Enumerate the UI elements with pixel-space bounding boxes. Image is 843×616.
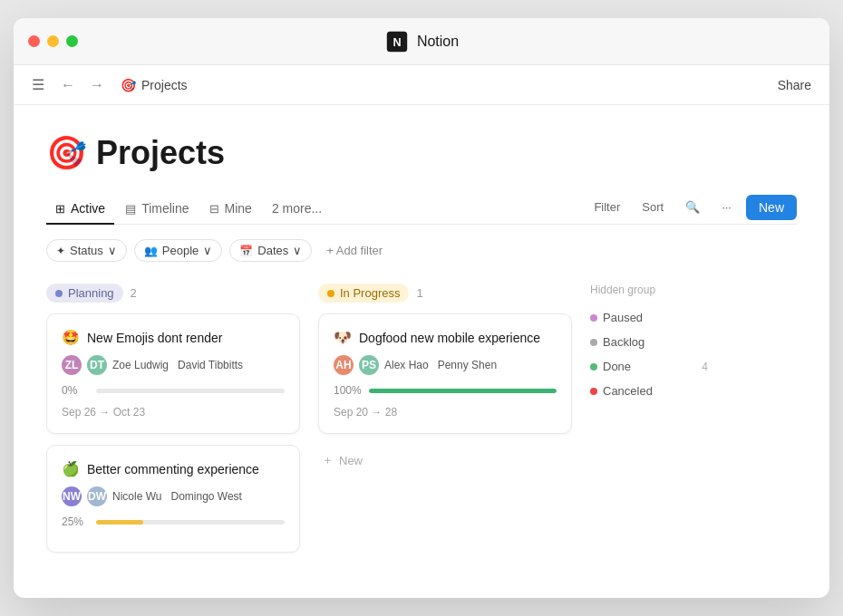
tab-timeline-icon: ▤ <box>125 202 136 216</box>
minimize-button[interactable] <box>47 35 59 47</box>
card-commenting[interactable]: 🍏 Better commenting experience NW DW Nic… <box>46 445 300 553</box>
card-dogfood-text: Dogfood new mobile experience <box>359 331 540 345</box>
share-button[interactable]: Share <box>778 78 811 92</box>
paused-label: Paused <box>603 311 643 324</box>
tab-active[interactable]: ⊞ Active <box>46 194 114 225</box>
tab-timeline[interactable]: ▤ Timeline <box>116 194 198 225</box>
card-emojis-people: ZL DT Zoe Ludwig David Tibbitts <box>62 355 285 375</box>
hidden-groups-panel: Hidden group Paused Backlog Done 4 Cance… <box>590 284 708 403</box>
breadcrumb-label: Projects <box>141 78 188 92</box>
card-emojis-icon: 🤩 <box>62 329 80 346</box>
sort-button[interactable]: Sort <box>635 197 671 217</box>
tab-actions: Filter Sort 🔍 ··· New <box>586 195 797 224</box>
back-button[interactable]: ← <box>55 73 81 97</box>
done-count: 4 <box>702 361 708 373</box>
breadcrumb: 🎯 Projects <box>121 78 188 92</box>
notion-logo-icon: N <box>384 29 410 54</box>
card-emojis-text: New Emojis dont render <box>87 331 222 345</box>
people-filter-label: People <box>162 244 199 257</box>
board: Planning 2 🤩 New Emojis dont render ZL D… <box>46 284 797 563</box>
hidden-groups-title: Hidden group <box>590 284 708 296</box>
card-commenting-icon: 🍏 <box>62 460 80 477</box>
avatar-penny: PS <box>359 355 379 375</box>
status-filter-label: Status <box>70 244 103 257</box>
dates-filter[interactable]: 📅 Dates ∨ <box>229 239 312 262</box>
card-commenting-title: 🍏 Better commenting experience <box>62 460 285 477</box>
card-dogfood[interactable]: 🐶 Dogfood new mobile experience AH PS Al… <box>318 313 572 434</box>
breadcrumb-icon: 🎯 <box>121 78 136 92</box>
inprogress-dot <box>327 290 334 297</box>
tab-more-label: 2 more... <box>272 201 322 216</box>
progress-bar-bg-2 <box>96 520 285 525</box>
progress-bar-bg-3 <box>369 389 557 393</box>
canceled-label: Canceled <box>603 384 653 398</box>
dates-filter-chevron: ∨ <box>293 244 302 257</box>
card-emojis-pct: 0% <box>62 384 89 397</box>
card-emojis-title: 🤩 New Emojis dont render <box>62 329 285 346</box>
maximize-button[interactable] <box>66 35 78 47</box>
tab-mine-label: Mine <box>225 201 252 216</box>
card-dogfood-people-names: Alex Hao Penny Shen <box>384 359 497 371</box>
page-icon: 🎯 <box>46 134 87 172</box>
card-emojis-people-names: Zoe Ludwig David Tibbitts <box>112 359 243 371</box>
tab-more[interactable]: 2 more... <box>263 194 331 225</box>
sidebar-toggle-icon[interactable]: ☰ <box>32 78 44 92</box>
hidden-group-done[interactable]: Done 4 <box>590 354 708 379</box>
inprogress-label: In Progress <box>340 286 400 300</box>
column-planning: Planning 2 🤩 New Emojis dont render ZL D… <box>46 284 300 563</box>
progress-bar-fill-2 <box>96 520 143 525</box>
page-title-text: Projects <box>96 134 225 172</box>
backlog-label: Backlog <box>603 335 644 349</box>
card-dogfood-icon: 🐶 <box>334 329 352 346</box>
app-title: Notion <box>417 34 459 50</box>
people-filter[interactable]: 👥 People ∨ <box>134 239 222 262</box>
hidden-group-backlog[interactable]: Backlog <box>590 330 708 354</box>
card-commenting-people-names: Nicole Wu Domingo West <box>112 490 242 503</box>
close-button[interactable] <box>28 35 40 47</box>
card-dogfood-title: 🐶 Dogfood new mobile experience <box>334 329 557 346</box>
column-inprogress-badge: In Progress <box>318 284 409 303</box>
card-emojis[interactable]: 🤩 New Emojis dont render ZL DT Zoe Ludwi… <box>46 313 300 434</box>
add-filter-label: + Add filter <box>326 244 383 257</box>
forward-button[interactable]: → <box>84 73 110 97</box>
new-item-plus-icon: ＋ <box>322 452 334 468</box>
new-button[interactable]: New <box>746 195 797 220</box>
inprogress-count: 1 <box>416 286 422 300</box>
avatar-nicole: NW <box>62 486 82 506</box>
tab-mine-icon: ⊟ <box>209 202 219 216</box>
dates-filter-icon: 📅 <box>239 245 253 257</box>
toolbar: ☰ ← → 🎯 Projects Share <box>14 65 829 105</box>
search-icon[interactable]: 🔍 <box>678 197 707 217</box>
people-filter-icon: 👥 <box>144 245 158 257</box>
card-emojis-dates: Sep 26 → Oct 23 <box>62 406 285 419</box>
card-dogfood-dates: Sep 20 → 28 <box>334 406 557 419</box>
app-window: N Notion ☰ ← → 🎯 Projects Share 🎯 Projec… <box>14 18 829 598</box>
filter-bar: ✦ Status ∨ 👥 People ∨ 📅 Dates ∨ + Add fi… <box>46 239 797 262</box>
tab-timeline-label: Timeline <box>141 201 189 216</box>
card-commenting-progress: 25% <box>62 515 285 528</box>
add-filter-button[interactable]: + Add filter <box>319 240 390 261</box>
more-options-icon[interactable]: ··· <box>714 197 739 217</box>
new-item-label: New <box>339 454 363 467</box>
inprogress-new-item[interactable]: ＋ New <box>318 445 572 476</box>
page-title: 🎯 Projects <box>46 134 797 172</box>
hidden-group-paused[interactable]: Paused <box>590 305 708 330</box>
column-inprogress-header: In Progress 1 <box>318 284 572 303</box>
card-dogfood-pct: 100% <box>334 384 362 397</box>
tab-active-label: Active <box>71 201 105 216</box>
titlebar: N Notion <box>14 18 829 65</box>
filter-button[interactable]: Filter <box>586 197 627 217</box>
hidden-group-canceled[interactable]: Canceled <box>590 379 708 403</box>
avatar-domingo: DW <box>87 486 107 506</box>
nav-buttons: ← → <box>55 73 110 97</box>
avatar-alex: AH <box>334 355 354 375</box>
canceled-dot <box>590 388 597 395</box>
main-content: 🎯 Projects ⊞ Active ▤ Timeline ⊟ Mine 2 … <box>14 105 829 598</box>
avatar-david: DT <box>87 355 107 375</box>
planning-label: Planning <box>68 286 114 300</box>
card-commenting-people: NW DW Nicole Wu Domingo West <box>62 486 285 506</box>
titlebar-center: N Notion <box>384 29 459 54</box>
column-planning-badge: Planning <box>46 284 123 303</box>
tab-mine[interactable]: ⊟ Mine <box>200 194 261 225</box>
status-filter[interactable]: ✦ Status ∨ <box>46 239 127 262</box>
